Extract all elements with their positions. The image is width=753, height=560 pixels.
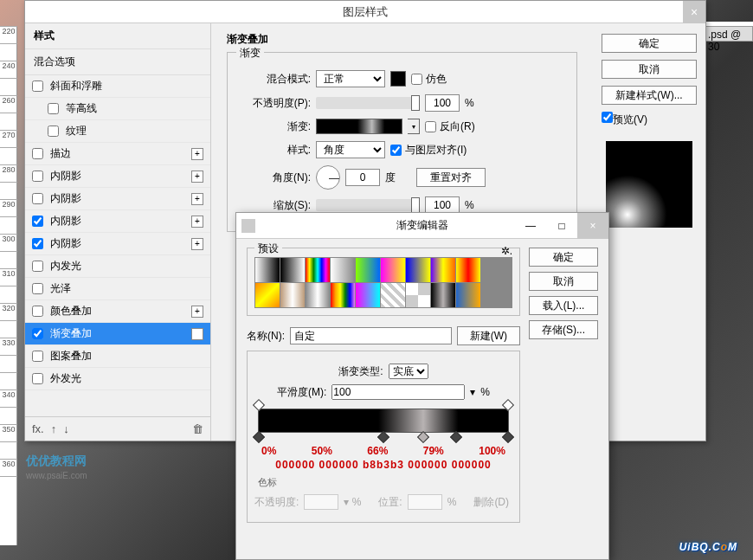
fx-menu-icon[interactable]: fx. <box>32 422 44 435</box>
effect-row-12[interactable]: 图案叠加 <box>25 345 210 368</box>
preset-swatch[interactable] <box>331 258 355 282</box>
ge-cancel-button[interactable]: 取消 <box>529 272 598 291</box>
opacity-stop[interactable] <box>253 399 265 411</box>
effect-checkbox[interactable] <box>32 80 43 92</box>
effect-checkbox[interactable] <box>32 283 43 294</box>
blend-mode-select[interactable]: 正常 <box>316 70 385 87</box>
maximize-icon[interactable]: □ <box>546 213 577 239</box>
effect-row-4[interactable]: 内阴影+ <box>25 165 210 188</box>
style-select[interactable]: 角度 <box>316 141 385 158</box>
preset-swatch[interactable] <box>331 283 355 307</box>
color-stop[interactable] <box>449 431 461 443</box>
effect-row-8[interactable]: 内发光 <box>25 255 210 278</box>
preview-checkbox[interactable]: 预览(V) <box>602 112 697 127</box>
gradient-editor-titlebar[interactable]: 渐变编辑器 — □ × <box>236 213 608 239</box>
preset-swatch[interactable] <box>381 283 405 307</box>
gradient-swatch[interactable] <box>316 119 402 134</box>
add-effect-icon[interactable]: + <box>191 148 203 160</box>
preset-swatch[interactable] <box>406 258 430 282</box>
effect-row-1[interactable]: 等高线 <box>25 98 210 120</box>
align-checkbox[interactable]: 与图层对齐(I) <box>390 143 467 158</box>
ge-save-button[interactable]: 存储(S)... <box>529 320 598 339</box>
ge-load-button[interactable]: 载入(L)... <box>529 296 598 315</box>
effect-row-0[interactable]: 斜面和浮雕 <box>25 75 210 98</box>
gear-icon[interactable]: ✲. <box>501 245 512 257</box>
opacity-stop[interactable] <box>502 399 514 411</box>
effect-row-10[interactable]: 颜色叠加+ <box>25 300 210 323</box>
angle-dial[interactable] <box>316 165 340 190</box>
color-stop[interactable] <box>417 431 429 443</box>
preset-swatch[interactable] <box>431 258 455 282</box>
effect-row-5[interactable]: 内阴影+ <box>25 188 210 210</box>
effect-row-6[interactable]: 内阴影+ <box>25 210 210 233</box>
add-effect-icon[interactable]: + <box>191 306 203 318</box>
effect-row-13[interactable]: 外发光 <box>25 368 210 390</box>
preset-swatch[interactable] <box>306 283 330 307</box>
preset-swatch[interactable] <box>255 283 280 307</box>
preset-swatch[interactable] <box>280 258 305 282</box>
arrow-down-icon[interactable]: ↓ <box>63 422 69 435</box>
gradient-dropdown-icon[interactable]: ▾ <box>408 119 420 134</box>
effect-checkbox[interactable] <box>32 306 43 317</box>
effect-checkbox[interactable] <box>32 328 43 339</box>
minimize-icon[interactable]: — <box>515 213 546 239</box>
effect-checkbox[interactable] <box>32 148 43 159</box>
color-stop[interactable] <box>253 431 265 443</box>
preset-swatch[interactable] <box>356 283 380 307</box>
add-effect-icon[interactable]: + <box>191 238 203 250</box>
effect-row-11[interactable]: 渐变叠加+ <box>25 323 210 345</box>
preset-swatch[interactable] <box>255 258 280 282</box>
gradient-type-select[interactable]: 实底 <box>389 364 428 379</box>
preset-swatch[interactable] <box>306 258 330 282</box>
effect-checkbox[interactable] <box>32 238 43 249</box>
effect-checkbox[interactable] <box>48 103 59 114</box>
blend-options-header[interactable]: 混合选项 <box>25 49 210 75</box>
scale-slider[interactable] <box>316 199 420 211</box>
effect-checkbox[interactable] <box>32 351 43 362</box>
angle-input[interactable] <box>345 169 380 186</box>
preset-swatch[interactable] <box>431 283 455 307</box>
scale-input[interactable] <box>425 196 460 214</box>
smoothness-input[interactable] <box>331 384 465 400</box>
blend-color-swatch[interactable] <box>390 71 406 87</box>
add-effect-icon[interactable]: + <box>191 171 203 183</box>
effect-checkbox[interactable] <box>32 261 43 272</box>
document-tab[interactable]: .psd @ 30 <box>705 26 753 42</box>
add-effect-icon[interactable]: + <box>191 216 203 228</box>
add-effect-icon[interactable]: + <box>191 328 203 340</box>
opacity-slider[interactable] <box>316 97 420 109</box>
effect-checkbox[interactable] <box>48 126 59 137</box>
add-effect-icon[interactable]: + <box>191 193 203 205</box>
preset-swatch[interactable] <box>356 258 380 282</box>
delete-stop-button[interactable]: 删除(D) <box>473 495 509 510</box>
position-input[interactable] <box>408 494 442 510</box>
effect-row-9[interactable]: 光泽 <box>25 278 210 300</box>
close-icon[interactable]: × <box>683 1 705 23</box>
dither-checkbox[interactable]: 仿色 <box>411 72 447 87</box>
ge-ok-button[interactable]: 确定 <box>529 248 598 267</box>
arrow-up-icon[interactable]: ↑ <box>51 422 57 435</box>
effect-checkbox[interactable] <box>32 193 43 204</box>
opacity-input[interactable] <box>425 94 460 112</box>
new-style-button[interactable]: 新建样式(W)... <box>602 86 697 105</box>
effect-checkbox[interactable] <box>32 373 43 384</box>
effect-checkbox[interactable] <box>32 171 43 182</box>
preset-swatch[interactable] <box>280 283 305 307</box>
preset-swatch[interactable] <box>456 283 480 307</box>
layer-style-titlebar[interactable]: 图层样式 × <box>25 1 705 23</box>
effect-row-3[interactable]: 描边+ <box>25 143 210 165</box>
gradient-name-input[interactable] <box>290 327 452 344</box>
styles-header[interactable]: 样式 <box>25 23 210 49</box>
preset-swatch[interactable] <box>381 258 405 282</box>
smooth-dropdown-icon[interactable]: ▾ <box>470 386 475 398</box>
preset-swatch[interactable] <box>406 283 430 307</box>
effect-row-2[interactable]: 纹理 <box>25 120 210 143</box>
new-gradient-button[interactable]: 新建(W) <box>457 326 520 345</box>
color-stop[interactable] <box>377 431 389 443</box>
cancel-button[interactable]: 取消 <box>602 60 697 79</box>
ok-button[interactable]: 确定 <box>602 34 697 53</box>
gradient-bar[interactable] <box>258 409 509 433</box>
effect-row-7[interactable]: 内阴影+ <box>25 233 210 255</box>
opacity-stop-input[interactable] <box>304 494 338 510</box>
preset-swatch[interactable] <box>456 258 480 282</box>
